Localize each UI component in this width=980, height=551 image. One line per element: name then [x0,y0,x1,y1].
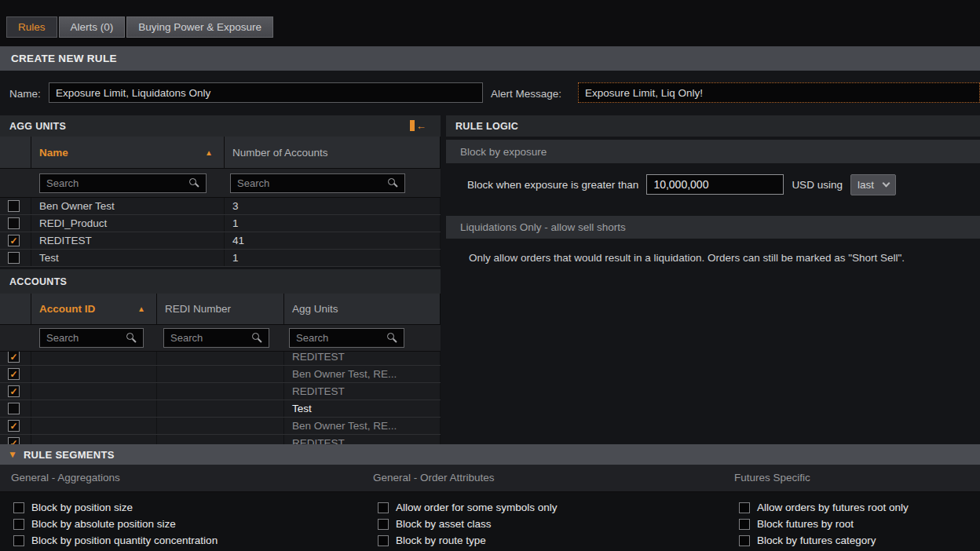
segment-label: Block by route type [396,535,486,546]
agg-accounts-search-input[interactable] [231,174,404,192]
tab-buying-power-exposure[interactable]: Buying Power & Exposure [126,16,273,38]
price-type-dropdown[interactable]: last [850,174,896,195]
table-row[interactable]: ✓ Ben Owner Test, RE... [0,366,441,383]
segment-label: Block by asset class [396,518,492,530]
agg-accounts-column-header[interactable]: Number of Accounts [225,137,441,168]
table-row[interactable]: Test 1 [0,250,441,267]
rule-segments-body: Block by position size Block by absolute… [0,492,980,551]
agg-units-title: AGG UNITS [9,121,66,132]
agg-units-header-label: Agg Units [292,303,338,315]
exposure-rule-row: Block when exposure is greater than USD … [467,173,980,195]
table-row[interactable]: Test [0,400,441,418]
segment-option[interactable]: Block by asset class [378,518,558,530]
agg-units-cell: Ben Owner Test, RE... [284,366,441,382]
table-row[interactable]: Ben Owner Test 3 [0,198,441,215]
checkbox[interactable] [13,519,24,530]
segment-option[interactable]: Allow orders by futures root only [739,502,909,513]
account-id-search [39,328,144,348]
table-row[interactable]: ✓ Ben Owner Test, RE... [0,418,441,435]
sort-ascending-icon: ▲ [137,305,145,313]
table-row[interactable]: ✓ REDITEST 41 [0,232,441,250]
account-id-column-header[interactable]: Account ID ▲ [31,294,157,324]
group-aggregations-header: General - Aggregations [11,472,120,483]
checkbox[interactable] [739,502,750,513]
rule-name-input[interactable] [49,82,483,103]
redi-number-cell [157,418,284,434]
row-checkbox[interactable]: ✓ [8,235,20,246]
table-row[interactable]: ✓ REDITEST [0,383,441,400]
checkbox[interactable] [739,535,750,546]
segment-option[interactable]: Block by position size [13,502,218,513]
agg-unit-name: REDITEST [31,232,225,249]
account-id-cell [31,400,157,417]
checkbox[interactable] [13,535,24,546]
row-checkbox[interactable]: ✓ [8,420,20,432]
agg-select-column-header [0,137,31,168]
group-futures-specific-header: Futures Specific [734,472,810,483]
segment-option[interactable]: Allow order for some symbols only [378,502,558,513]
row-checkbox[interactable] [8,200,20,212]
rule-logic-header: RULE LOGIC [446,115,980,137]
collapse-arrow-glyph: ← [416,121,426,131]
account-id-cell [31,383,157,400]
agg-name-search-input[interactable] [40,174,206,192]
risk-rules-window: Rules Alerts (0) Buying Power & Exposure… [0,0,980,551]
segment-label: Block futures by root [757,518,854,530]
liquidations-only-title: Liquidations Only - allow sell shorts [460,221,626,233]
checkbox[interactable] [378,519,389,530]
row-checkbox[interactable]: ✓ [8,351,20,363]
tab-alerts[interactable]: Alerts (0) [59,16,126,38]
segment-option[interactable]: Block by futures category [739,535,909,546]
redi-number-column-header[interactable]: REDI Number [157,294,284,324]
chevron-down-icon [882,179,890,187]
agg-unit-name: Test [31,250,225,266]
agg-unit-account-count: 3 [225,198,441,214]
segment-option[interactable]: Block by route type [378,535,558,546]
redi-number-search [163,328,269,348]
tab-rules[interactable]: Rules [6,16,57,38]
rule-segments-header[interactable]: ▼ RULE SEGMENTS [0,444,980,465]
row-checkbox[interactable] [8,217,20,229]
row-checkbox[interactable] [8,403,20,414]
segment-option[interactable]: Block by absolute position size [13,518,218,530]
segment-label: Allow orders by futures root only [757,502,909,513]
agg-unit-name: REDI_Product [31,215,225,232]
row-checkbox[interactable]: ✓ [8,368,20,380]
agg-accounts-search [230,173,405,193]
create-new-rule-header: CREATE NEW RULE [0,46,980,71]
account-id-cell [31,366,157,382]
accounts-table-body: ✓ REDITEST ✓ Ben Owner Test, RE... ✓ RED… [0,348,441,452]
checkbox[interactable] [378,502,389,513]
exposure-label: Block when exposure is greater than [467,179,638,191]
agg-units-column-header[interactable]: Agg Units [284,294,441,324]
row-checkbox[interactable] [8,252,20,264]
liquidations-only-section-header: Liquidations Only - allow sell shorts [446,216,980,239]
segment-option[interactable]: Block by position quantity concentration [13,535,218,546]
agg-units-cell: Test [284,400,441,417]
agg-name-column-header[interactable]: Name ▲ [31,137,225,168]
exposure-amount-input[interactable] [646,174,784,195]
segment-option[interactable]: Block futures by root [739,518,909,530]
account-id-header-label: Account ID [39,303,95,315]
checkbox[interactable] [13,502,24,513]
checkbox[interactable] [739,519,750,530]
agg-units-search-input[interactable] [290,329,404,347]
accounts-title: ACCOUNTS [9,276,67,287]
agg-units-header: AGG UNITS ← [0,115,441,137]
group-order-attributes-header: General - Order Attributes [373,472,495,483]
segment-label: Block by position quantity concentration [31,535,218,546]
aggregations-checkbox-list: Block by position size Block by absolute… [13,502,218,546]
table-row[interactable]: REDI_Product 1 [0,215,441,232]
collapse-panel-icon[interactable]: ← [410,120,426,131]
alert-message-input[interactable] [578,82,980,103]
row-checkbox[interactable]: ✓ [8,385,20,397]
rule-segments-title: RULE SEGMENTS [24,449,115,461]
agg-units-cell: REDITEST [284,383,441,400]
block-by-exposure-title: Block by exposure [460,146,547,158]
account-id-cell [31,418,157,434]
alert-message-label: Alert Message: [491,88,561,100]
checkbox[interactable] [378,535,389,546]
search-icon [388,178,395,185]
accounts-search-row [0,325,441,352]
search-icon [189,178,196,185]
